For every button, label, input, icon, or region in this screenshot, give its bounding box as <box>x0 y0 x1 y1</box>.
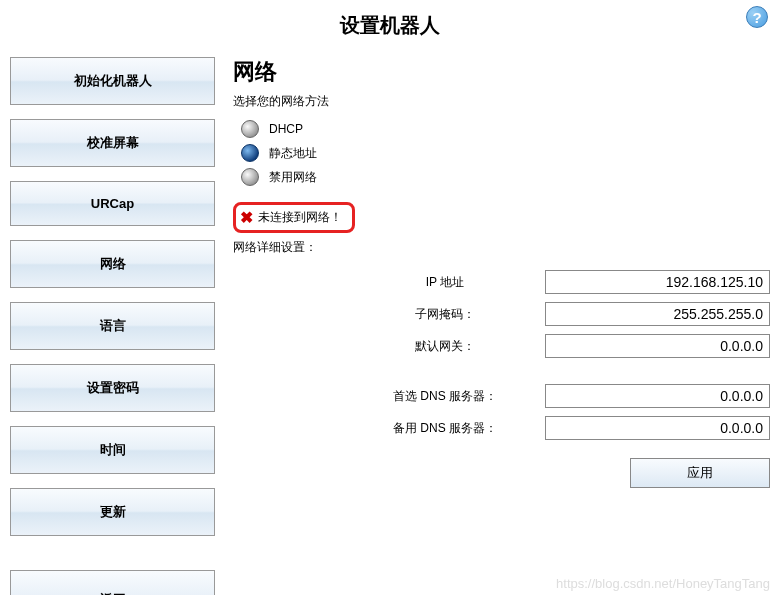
sidebar-item-init[interactable]: 初始化机器人 <box>10 57 215 105</box>
sidebar-item-update[interactable]: 更新 <box>10 488 215 536</box>
radio-disable[interactable]: 禁用网络 <box>241 168 770 186</box>
label-dns1: 首选 DNS 服务器： <box>345 388 545 405</box>
watermark-text: https://blog.csdn.net/HoneyTangTang <box>556 576 770 591</box>
help-icon[interactable]: ? <box>746 6 768 28</box>
details-title: 网络详细设置： <box>233 239 770 256</box>
input-gateway[interactable] <box>545 334 770 358</box>
input-dns1[interactable] <box>545 384 770 408</box>
network-status: ✖ 未连接到网络！ <box>233 202 355 233</box>
radio-dhcp[interactable]: DHCP <box>241 120 770 138</box>
apply-button[interactable]: 应用 <box>630 458 770 488</box>
section-title: 网络 <box>233 57 770 87</box>
radio-static[interactable]: 静态地址 <box>241 144 770 162</box>
sidebar-item-passwd[interactable]: 设置密码 <box>10 364 215 412</box>
sidebar-item-calib[interactable]: 校准屏幕 <box>10 119 215 167</box>
page-title: 设置机器人 <box>340 14 440 36</box>
radio-label: 静态地址 <box>269 145 317 162</box>
label-dns2: 备用 DNS 服务器： <box>345 420 545 437</box>
input-dns2[interactable] <box>545 416 770 440</box>
radio-label: DHCP <box>269 122 303 136</box>
label-gateway: 默认网关： <box>345 338 545 355</box>
status-text: 未连接到网络！ <box>258 209 342 226</box>
radio-icon <box>241 168 259 186</box>
label-mask: 子网掩码： <box>345 306 545 323</box>
sidebar-item-lang[interactable]: 语言 <box>10 302 215 350</box>
section-subtitle: 选择您的网络方法 <box>233 93 770 110</box>
radio-icon <box>241 144 259 162</box>
main-panel: 网络 选择您的网络方法 DHCP 静态地址 禁用网络 ✖ 未连接到网络！ 网络详… <box>225 57 770 595</box>
back-button[interactable]: 返回 <box>10 570 215 595</box>
input-mask[interactable] <box>545 302 770 326</box>
error-icon: ✖ <box>240 208 253 227</box>
label-ip: IP 地址 <box>345 274 545 291</box>
sidebar-item-network[interactable]: 网络 <box>10 240 215 288</box>
radio-label: 禁用网络 <box>269 169 317 186</box>
sidebar-item-time[interactable]: 时间 <box>10 426 215 474</box>
sidebar-item-urcap[interactable]: URCap <box>10 181 215 226</box>
radio-icon <box>241 120 259 138</box>
input-ip[interactable] <box>545 270 770 294</box>
sidebar: 初始化机器人 校准屏幕 URCap 网络 语言 设置密码 时间 更新 返回 <box>10 57 225 595</box>
